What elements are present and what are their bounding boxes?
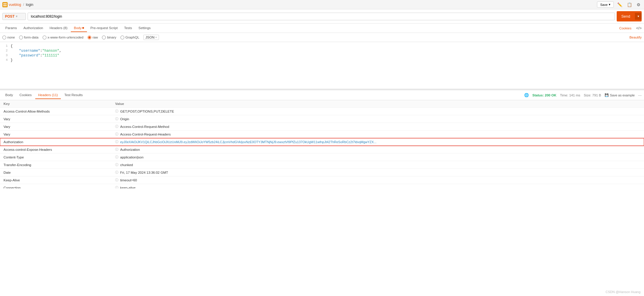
beautify-link[interactable]: Beautify bbox=[629, 36, 642, 39]
header-value: ⓘOrigin bbox=[112, 115, 644, 123]
header-value: ⓘchunked bbox=[112, 161, 644, 169]
header-value-text: Access-Control-Request-Method bbox=[120, 125, 169, 128]
cookies-link[interactable]: Cookies bbox=[619, 26, 632, 30]
header-value-text: timeout=60 bbox=[120, 178, 137, 182]
tab-tests[interactable]: Tests bbox=[121, 24, 135, 32]
top-bar: vueblog / login Save ▾ ✏️ 📋 ⚙ bbox=[0, 0, 644, 9]
code-line-1: 1 { bbox=[0, 44, 644, 49]
response-tabs-bar: Body Cookies Headers (11) Test Results 🌐… bbox=[0, 90, 644, 100]
svg-rect-2 bbox=[4, 5, 5, 6]
app-icon bbox=[2, 2, 8, 7]
header-value-text: keep-alive bbox=[120, 186, 135, 189]
header-value: ⓘFri, 17 May 2024 13:36:02 GMT bbox=[112, 169, 644, 176]
svg-rect-3 bbox=[5, 5, 6, 6]
breadcrumb: vueblog / login bbox=[9, 3, 33, 7]
table-row: DateⓘFri, 17 May 2024 13:36:02 GMT bbox=[0, 169, 644, 176]
header-value: ⓘAuthorization bbox=[112, 146, 644, 153]
tab-headers[interactable]: Headers (8) bbox=[47, 24, 71, 32]
table-row: Access-control-Expose-HeadersⓘAuthorizat… bbox=[0, 146, 644, 153]
header-value: ⓘAccess-Control-Request-Method bbox=[112, 123, 644, 131]
table-row: Content-Typeⓘapplication/json bbox=[0, 153, 644, 161]
send-button[interactable]: Send ▾ bbox=[617, 11, 642, 21]
col-value: Value bbox=[112, 100, 644, 108]
info-icon: ⓘ bbox=[115, 170, 118, 175]
info-icon: ⓘ bbox=[115, 185, 118, 188]
save-icon: 💾 bbox=[605, 93, 609, 97]
resp-tab-cookies[interactable]: Cookies bbox=[16, 91, 35, 99]
method-chevron: ▾ bbox=[16, 15, 17, 18]
body-type-options: none form-data x-www-form-urlencoded raw… bbox=[2, 35, 159, 40]
radio-raw[interactable]: raw bbox=[88, 36, 98, 39]
request-tabs: Params Authorization Headers (8) Body Pr… bbox=[0, 24, 644, 33]
table-row: Keep-Aliveⓘtimeout=60 bbox=[0, 176, 644, 184]
header-value: ⓘtimeout=60 bbox=[112, 176, 644, 184]
info-icon: ⓘ bbox=[115, 147, 118, 152]
radio-graphql[interactable]: GraphQL bbox=[120, 36, 139, 39]
header-value-text: GET,POST,OPTIONS,PUT,DELETE bbox=[120, 110, 174, 113]
table-row: AuthorizationⓘeyJ0eXAiOiJKV1QiLCJhbGciOi… bbox=[0, 138, 644, 146]
code-editor[interactable]: 1 { 2 "username":"hanson", 3 "password":… bbox=[0, 42, 644, 89]
table-row: Access-Control-Allow-MethodsⓘGET,POST,OP… bbox=[0, 108, 644, 115]
info-icon: ⓘ bbox=[115, 124, 118, 129]
radio-none[interactable]: none bbox=[2, 36, 15, 39]
resp-tab-test-results[interactable]: Test Results bbox=[61, 91, 86, 99]
header-key: Keep-Alive bbox=[0, 176, 112, 184]
save-example-button[interactable]: 💾 Save as example bbox=[605, 93, 635, 97]
json-select[interactable]: JSON ▾ bbox=[143, 35, 159, 40]
code-line-4: 4 } bbox=[0, 58, 644, 63]
method-select[interactable]: POST ▾ bbox=[2, 13, 26, 20]
tab-pre-request[interactable]: Pre-request Script bbox=[88, 24, 121, 32]
col-key: Key bbox=[0, 100, 112, 108]
header-value-text: Fri, 17 May 2024 13:36:02 GMT bbox=[120, 171, 168, 174]
svg-rect-1 bbox=[5, 3, 6, 4]
svg-rect-0 bbox=[4, 3, 5, 4]
header-key: Access-Control-Allow-Methods bbox=[0, 108, 112, 115]
req-tabs-left: Params Authorization Headers (8) Body Pr… bbox=[2, 24, 154, 32]
header-key: Transfer-Encoding bbox=[0, 161, 112, 169]
table-row: VaryⓘAccess-Control-Request-Headers bbox=[0, 131, 644, 138]
header-key: Vary bbox=[0, 123, 112, 131]
breadcrumb-area: vueblog / login bbox=[2, 2, 33, 7]
copy-icon[interactable]: 📋 bbox=[626, 2, 633, 8]
response-panel: Body Cookies Headers (11) Test Results 🌐… bbox=[0, 90, 644, 296]
header-value: ⓘkeep-alive bbox=[112, 184, 644, 189]
table-row: VaryⓘAccess-Control-Request-Method bbox=[0, 123, 644, 131]
edit-icon[interactable]: ✏️ bbox=[616, 2, 623, 8]
tab-params[interactable]: Params bbox=[2, 24, 20, 32]
header-value-text: chunked bbox=[120, 163, 133, 167]
save-button[interactable]: Save ▾ bbox=[597, 1, 614, 8]
globe-icon: 🌐 bbox=[524, 93, 529, 97]
tab-body[interactable]: Body bbox=[71, 24, 87, 32]
headers-scroll-area[interactable]: Key Value Access-Control-Allow-MethodsⓘG… bbox=[0, 100, 644, 188]
resp-tab-body[interactable]: Body bbox=[2, 91, 16, 99]
resp-tabs-left: Body Cookies Headers (11) Test Results bbox=[2, 91, 86, 99]
radio-urlencoded[interactable]: x-www-form-urlencoded bbox=[43, 36, 83, 39]
settings-icon[interactable]: ⚙ bbox=[635, 2, 642, 8]
resp-tab-headers[interactable]: Headers (11) bbox=[35, 91, 61, 99]
code-icon[interactable]: </> bbox=[636, 26, 642, 30]
table-row: Connectionⓘkeep-alive bbox=[0, 184, 644, 189]
response-time: Time: 141 ms bbox=[560, 93, 580, 97]
info-icon: ⓘ bbox=[115, 109, 118, 113]
headers-table: Key Value Access-Control-Allow-MethodsⓘG… bbox=[0, 100, 644, 188]
headers-table-header: Key Value bbox=[0, 100, 644, 108]
header-value-text: eyJ0eXAiOiJKV1QiLCJhbGciOiJIUzUxMiJ9.eyJ… bbox=[120, 140, 376, 144]
info-icon: ⓘ bbox=[115, 117, 118, 121]
tab-auth[interactable]: Authorization bbox=[21, 24, 46, 32]
tab-settings[interactable]: Settings bbox=[135, 24, 154, 32]
header-value-text: application/json bbox=[120, 155, 143, 159]
radio-binary[interactable]: binary bbox=[102, 36, 116, 39]
more-button[interactable]: ··· bbox=[638, 93, 642, 98]
url-input[interactable] bbox=[28, 13, 615, 20]
table-row: VaryⓘOrigin bbox=[0, 115, 644, 123]
header-value-text: Origin bbox=[120, 117, 129, 121]
response-size: Size: 791 B bbox=[584, 93, 601, 97]
radio-form-data[interactable]: form-data bbox=[19, 36, 38, 39]
header-value-text: Access-Control-Request-Headers bbox=[120, 133, 171, 136]
header-value: ⓘAccess-Control-Request-Headers bbox=[112, 131, 644, 138]
header-key: Vary bbox=[0, 131, 112, 138]
info-icon: ⓘ bbox=[115, 155, 118, 159]
header-key: Authorization bbox=[0, 138, 112, 146]
header-key: Date bbox=[0, 169, 112, 176]
json-chevron: ▾ bbox=[155, 36, 157, 39]
